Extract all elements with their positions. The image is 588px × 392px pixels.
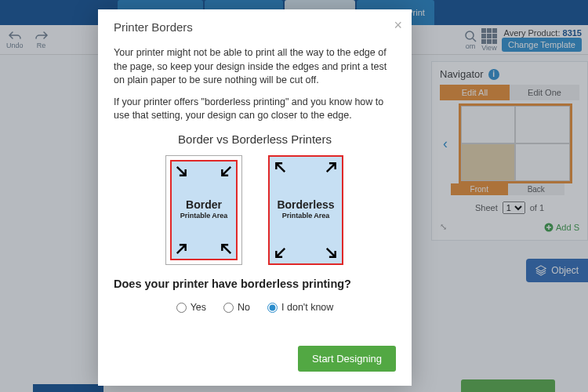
radio-yes[interactable]: Yes bbox=[176, 301, 206, 315]
arrow-icon bbox=[319, 241, 343, 265]
border-diagram: Border Printable Area bbox=[165, 155, 242, 265]
borderless-label: Borderless bbox=[277, 199, 334, 211]
arrow-icon bbox=[169, 236, 194, 260]
border-label: Border bbox=[186, 199, 222, 211]
arrow-icon bbox=[169, 159, 194, 183]
start-designing-button[interactable]: Start Designing bbox=[298, 346, 396, 372]
app-root: Choose Template Choose Design Preview & … bbox=[0, 0, 588, 392]
arrow-icon bbox=[267, 241, 292, 265]
radio-idk-label: I don't know bbox=[281, 301, 333, 315]
modal-title: Printer Borders bbox=[114, 20, 396, 34]
printer-borders-modal: Printer Borders × Your printer might not… bbox=[98, 9, 412, 386]
diagram-row: Border Printable Area Borderless Printab… bbox=[114, 155, 396, 265]
radio-no[interactable]: No bbox=[223, 301, 250, 315]
arrow-icon bbox=[213, 159, 238, 183]
borderless-sub: Printable Area bbox=[282, 211, 330, 221]
modal-paragraph-1: Your printer might not be able to print … bbox=[114, 46, 396, 88]
border-sub: Printable Area bbox=[180, 211, 228, 221]
arrow-icon bbox=[319, 154, 343, 179]
arrow-icon bbox=[213, 236, 238, 260]
borderless-diagram: Borderless Printable Area bbox=[267, 155, 344, 265]
radio-group: Yes No I don't know bbox=[114, 301, 396, 315]
close-icon[interactable]: × bbox=[394, 17, 402, 34]
radio-no-label: No bbox=[238, 301, 250, 315]
modal-paragraph-2: If your printer offers "borderless print… bbox=[114, 96, 396, 123]
arrow-icon bbox=[267, 154, 292, 179]
modal-question: Does your printer have borderless printi… bbox=[114, 276, 396, 292]
compare-heading: Border vs Borderless Printers bbox=[114, 131, 396, 147]
radio-idk[interactable]: I don't know bbox=[267, 301, 333, 315]
radio-yes-label: Yes bbox=[191, 301, 206, 315]
